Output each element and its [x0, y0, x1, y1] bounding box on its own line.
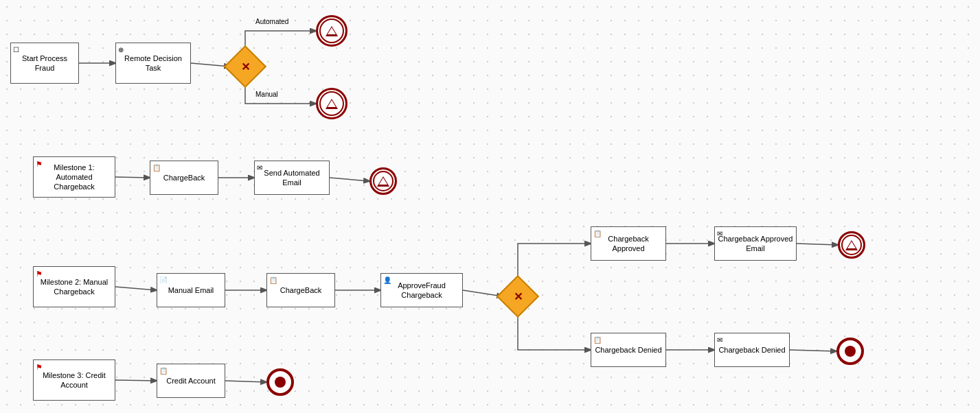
- end-dot-credit: [275, 377, 286, 388]
- gateway-approve-container[interactable]: ✕: [503, 281, 533, 311]
- event-manual: [316, 88, 347, 119]
- flag-icon-1: ⚑: [36, 159, 43, 169]
- manual-email-node[interactable]: 📄 Manual Email: [157, 273, 225, 307]
- svg-line-5: [115, 287, 157, 290]
- start-icon: ☐: [13, 45, 19, 54]
- charge-approved-label: Chargeback Approved: [594, 234, 663, 254]
- approve-icon: 👤: [383, 276, 391, 285]
- triangle-manual: [326, 99, 338, 109]
- svg-line-2: [115, 177, 150, 178]
- chargeback1-label: ChargeBack: [163, 173, 205, 182]
- event-approved: [838, 231, 865, 259]
- triangle-automated: [326, 26, 338, 36]
- milestone1-node[interactable]: ⚑ Milestone 1: Automated Chargeback: [33, 156, 115, 198]
- denied-icon: 📋: [593, 335, 602, 344]
- charge-approved-node[interactable]: 📋 Chargeback Approved: [591, 226, 666, 261]
- chargeback2-node[interactable]: 📋 ChargeBack: [266, 273, 335, 307]
- manual-email-label: Manual Email: [168, 285, 214, 295]
- automated-label: Automated: [255, 18, 288, 25]
- chargeback1-node[interactable]: 📋 ChargeBack: [150, 161, 218, 195]
- charge-denied-node[interactable]: 📋 Chargeback Denied: [591, 333, 666, 367]
- manual-label: Manual: [255, 91, 278, 98]
- end-dot-denied: [845, 346, 856, 357]
- manual-email-icon: 📄: [159, 276, 168, 285]
- charge-denied-email-label: Chargeback Denied: [718, 345, 785, 355]
- charge-denied-email-node[interactable]: ✉ Chargeback Denied: [714, 333, 790, 367]
- triangle-approved: [845, 240, 858, 250]
- event-denied: [836, 338, 864, 365]
- credit-account-node[interactable]: 📋 Credit Account: [157, 364, 225, 398]
- svg-line-10: [797, 244, 838, 245]
- credit-icon: 📋: [159, 366, 168, 375]
- charge-approved-email-label: Chargeback Approved Email: [718, 234, 793, 254]
- remote-decision-label: Remote Decision Task: [119, 54, 187, 73]
- milestone2-label: Milestone 2: Manual Chargeback: [36, 277, 112, 297]
- approve-fraud-node[interactable]: 👤 ApproveFraud Chargeback: [380, 273, 463, 307]
- approved-email-icon: ✉: [717, 229, 722, 238]
- email-icon: ✉: [257, 163, 262, 172]
- cb2-icon: 📋: [269, 276, 277, 285]
- gateway-approve-x-icon: ✕: [503, 281, 533, 311]
- remote-decision-node[interactable]: ⊕ Remote Decision Task: [115, 43, 191, 84]
- flag-icon-2: ⚑: [36, 269, 43, 279]
- bpmn-canvas: ☐ Start Process Fraud ⊕ Remote Decision …: [0, 0, 980, 413]
- milestone3-label: Milestone 3: Credit Account: [36, 370, 112, 390]
- svg-line-12: [790, 350, 836, 351]
- denied-email-icon: ✉: [717, 335, 722, 344]
- send-auto-email-label: Send Automated Email: [258, 168, 326, 188]
- milestone3-node[interactable]: ⚑ Milestone 3: Credit Account: [33, 359, 115, 401]
- event-auto2: [369, 167, 397, 195]
- gateway-decision-container[interactable]: ✕: [230, 51, 260, 82]
- cb1-icon: 📋: [152, 163, 161, 172]
- charge-approved-email-node[interactable]: ✉ Chargeback Approved Email: [714, 226, 797, 261]
- start-process-fraud-node[interactable]: ☐ Start Process Fraud: [10, 43, 79, 84]
- chargeback2-label: ChargeBack: [280, 285, 322, 295]
- approve-fraud-label: ApproveFraud Chargeback: [384, 281, 459, 300]
- triangle-auto2: [377, 176, 389, 187]
- milestone2-node[interactable]: ⚑ Milestone 2: Manual Chargeback: [33, 266, 115, 307]
- event-automated: [316, 15, 347, 47]
- approved-icon: 📋: [593, 229, 602, 238]
- event-credit: [266, 368, 294, 396]
- svg-line-4: [330, 178, 369, 181]
- remote-icon: ⊕: [118, 45, 124, 54]
- send-auto-email-node[interactable]: ✉ Send Automated Email: [254, 161, 330, 195]
- svg-line-13: [115, 380, 157, 381]
- credit-account-label: Credit Account: [166, 376, 216, 386]
- milestone1-label: Milestone 1: Automated Chargeback: [36, 163, 112, 192]
- start-fraud-label: Start Process Fraud: [14, 54, 76, 73]
- svg-line-14: [225, 381, 266, 382]
- charge-denied-label: Chargeback Denied: [595, 345, 661, 355]
- flag-icon-3: ⚑: [36, 362, 43, 372]
- gateway-x-icon: ✕: [230, 51, 260, 82]
